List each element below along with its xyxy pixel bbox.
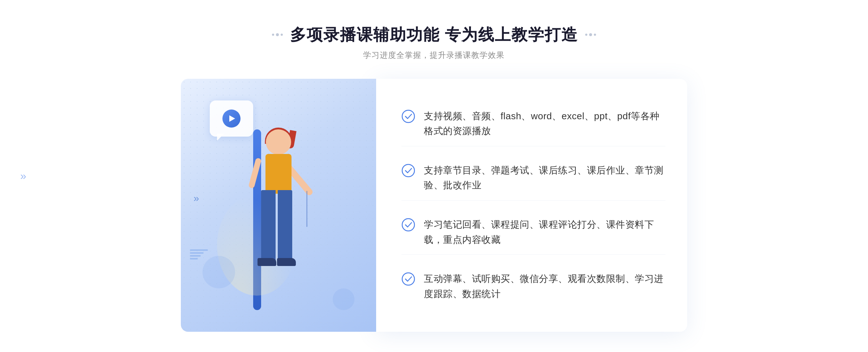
feature-text-2: 支持章节目录、弹题考试、课后练习、课后作业、章节测验、批改作业 xyxy=(424,163,665,193)
content-area: » xyxy=(181,79,687,332)
title-dots-right xyxy=(585,33,596,36)
feature-item-1: 支持视频、音频、flash、word、excel、ppt、pdf等各种格式的资源… xyxy=(401,102,665,146)
double-arrow-icon: » xyxy=(193,193,199,204)
header-section: 多项录播课辅助功能 专为线上教学打造 学习进度全掌握，提升录播课教学效果 xyxy=(272,24,596,61)
person-arm-left xyxy=(248,157,261,188)
page-title: 多项录播课辅助功能 专为线上教学打造 xyxy=(290,24,578,46)
title-dots-left xyxy=(272,33,283,36)
svg-point-0 xyxy=(402,110,414,123)
person-body xyxy=(265,154,292,194)
feature-item-4: 互动弹幕、试听购买、微信分享、观看次数限制、学习进度跟踪、数据统计 xyxy=(401,264,665,309)
left-illustration: » xyxy=(181,79,376,332)
check-circle-icon-1 xyxy=(401,110,415,123)
person-string xyxy=(306,191,307,227)
circle-deco-1 xyxy=(203,256,235,288)
deco-lines xyxy=(190,249,208,259)
feature-text-4: 互动弹幕、试听购买、微信分享、观看次数限制、学习进度跟踪、数据统计 xyxy=(424,271,665,301)
svg-point-2 xyxy=(402,219,414,231)
right-panel: 支持视频、音频、flash、word、excel、ppt、pdf等各种格式的资源… xyxy=(376,79,687,332)
person-pants-left xyxy=(261,190,276,262)
person-pants-right xyxy=(278,190,292,262)
check-circle-icon-2 xyxy=(401,164,415,177)
svg-point-1 xyxy=(402,164,414,177)
page-subtitle: 学习进度全掌握，提升录播课教学效果 xyxy=(363,50,505,61)
person-figure xyxy=(231,129,326,332)
page-container: 多项录播课辅助功能 专为线上教学打造 学习进度全掌握，提升录播课教学效果 » xyxy=(0,10,868,343)
feature-item-3: 学习笔记回看、课程提问、课程评论打分、课件资料下载，重点内容收藏 xyxy=(401,210,665,255)
person-head xyxy=(266,129,291,155)
page-arrows-left: » xyxy=(20,170,26,182)
feature-item-2: 支持章节目录、弹题考试、课后练习、课后作业、章节测验、批改作业 xyxy=(401,156,665,201)
svg-point-3 xyxy=(402,273,414,285)
play-icon xyxy=(222,110,241,128)
person-shoe-left xyxy=(258,258,276,266)
check-circle-icon-4 xyxy=(401,272,415,286)
feature-text-1: 支持视频、音频、flash、word、excel、ppt、pdf等各种格式的资源… xyxy=(424,109,665,139)
circle-deco-2 xyxy=(333,288,354,310)
title-row: 多项录播课辅助功能 专为线上教学打造 xyxy=(272,24,596,46)
check-circle-icon-3 xyxy=(401,218,415,232)
person-shoe-right xyxy=(277,258,296,266)
feature-text-3: 学习笔记回看、课程提问、课程评论打分、课件资料下载，重点内容收藏 xyxy=(424,217,665,247)
